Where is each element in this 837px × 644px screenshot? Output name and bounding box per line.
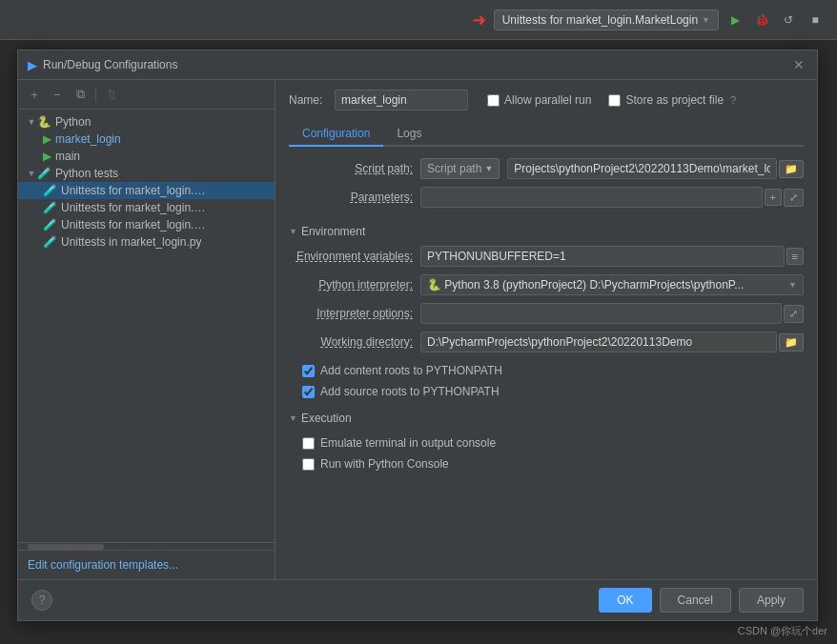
copy-config-button[interactable]: ⧉ — [70, 84, 91, 105]
main-label: main — [55, 150, 80, 163]
main-icon: ▶ — [43, 150, 51, 163]
interpreter-options-input[interactable] — [420, 303, 782, 324]
debug-button[interactable]: 🐞 — [751, 10, 772, 30]
tree-group-python-tests[interactable]: ▼ 🧪 Python tests — [18, 165, 275, 182]
config-selector[interactable]: Unittests for market_login.MarketLogin ▼ — [494, 10, 719, 30]
add-content-roots-label: Add content roots to PYTHONPATH — [320, 364, 502, 377]
run-python-console-row: Run with Python Console — [302, 457, 804, 471]
toolbar-divider — [95, 87, 96, 102]
tree-item-test-2[interactable]: 🧪 Unittests for market_login.Marke... — [18, 216, 275, 233]
python-folder-icon: 🐍 — [37, 115, 51, 129]
python-interpreter-label: Python interpreter: — [289, 278, 413, 292]
left-panel: + − ⧉ ⇅ ▼ 🐍 Python — [18, 80, 276, 579]
env-variables-label: Environment variables: — [289, 250, 413, 263]
tree-item-test-1[interactable]: 🧪 Unittests for market_login.Marke... — [18, 199, 275, 216]
name-label: Name: — [289, 93, 327, 107]
working-dir-input[interactable] — [420, 332, 777, 352]
script-type-arrow-icon: ▼ — [484, 164, 493, 173]
environment-section-label: Environment — [301, 225, 365, 238]
add-source-roots-checkbox[interactable] — [302, 386, 315, 398]
working-dir-label: Working directory: — [289, 335, 413, 349]
dialog-icon: ▶ — [28, 58, 37, 72]
market-login-label: market_login — [55, 132, 121, 146]
cancel-button[interactable]: Cancel — [660, 588, 731, 613]
close-button[interactable]: ✕ — [790, 56, 807, 73]
add-config-button[interactable]: + — [24, 84, 45, 105]
python-tests-label: Python tests — [55, 167, 118, 180]
refresh-button[interactable]: ↺ — [778, 10, 799, 30]
interpreter-options-expand-button[interactable]: ⤢ — [784, 305, 804, 323]
script-type-dropdown[interactable]: Script path ▼ — [420, 158, 500, 179]
watermark: CSDN @你玩个der — [738, 624, 827, 638]
python-interpreter-select[interactable]: 🐍 Python 3.8 (pythonProject2) D:\Pycharm… — [420, 274, 804, 295]
interpreter-options-label: Interpreter options: — [289, 307, 413, 320]
add-source-roots-label: Add source roots to PYTHONPATH — [320, 385, 500, 398]
horizontal-scrollbar[interactable] — [18, 542, 275, 550]
python-interpreter-value: 🐍 Python 3.8 (pythonProject2) D:\Pycharm… — [427, 278, 785, 292]
parameters-add-button[interactable]: + — [765, 189, 782, 206]
script-type-label: Script path — [427, 162, 481, 175]
tab-logs[interactable]: Logs — [383, 122, 435, 147]
apply-button[interactable]: Apply — [739, 588, 804, 613]
config-tree[interactable]: ▼ 🐍 Python ▶ market_login ▶ main — [18, 110, 275, 542]
tree-item-main[interactable]: ▶ main — [18, 148, 275, 165]
store-as-project-checkbox[interactable] — [608, 94, 621, 107]
name-row: Name: Allow parallel run Store as projec… — [289, 90, 804, 111]
working-dir-row: Working directory: 📁 — [289, 332, 804, 352]
script-path-row: Script path: Script path ▼ 📁 — [289, 158, 804, 179]
dialog-body: + − ⧉ ⇅ ▼ 🐍 Python — [18, 80, 817, 579]
test-0-icon: 🧪 — [43, 184, 57, 197]
store-as-project-row: Store as project file ? — [608, 93, 736, 107]
config-selector-label: Unittests for market_login.MarketLogin — [502, 13, 698, 27]
edit-config-templates-link[interactable]: Edit configuration templates... — [18, 550, 275, 579]
python-group-label: Python — [55, 115, 91, 129]
parameters-input[interactable] — [420, 187, 763, 208]
scrollbar-thumb — [28, 544, 104, 550]
left-toolbar: + − ⧉ ⇅ — [18, 80, 275, 110]
tab-configuration[interactable]: Configuration — [289, 122, 383, 147]
tabs-row: Configuration Logs — [289, 122, 804, 147]
execution-section-arrow: ▼ — [289, 413, 297, 423]
environment-section-header[interactable]: ▼ Environment — [289, 225, 804, 238]
env-variables-input[interactable] — [420, 246, 785, 267]
python-group-arrow: ▼ — [26, 117, 37, 127]
run-debug-dialog: ▶ Run/Debug Configurations ✕ + − ⧉ ⇅ — [17, 50, 818, 621]
ok-button[interactable]: OK — [599, 588, 651, 613]
python-interpreter-row: Python interpreter: 🐍 Python 3.8 (python… — [289, 274, 804, 295]
emulate-terminal-checkbox[interactable] — [302, 437, 315, 450]
script-path-browse-button[interactable]: 📁 — [779, 160, 804, 178]
allow-parallel-checkbox[interactable] — [487, 94, 500, 107]
dialog-footer: ? OK Cancel Apply — [18, 579, 817, 620]
right-panel: Name: Allow parallel run Store as projec… — [276, 80, 817, 579]
test-2-icon: 🧪 — [43, 218, 57, 231]
working-dir-browse-button[interactable]: 📁 — [779, 333, 804, 352]
stop-button[interactable]: ■ — [805, 10, 826, 30]
remove-config-button[interactable]: − — [47, 84, 68, 105]
parameters-expand-button[interactable]: ⤢ — [784, 189, 804, 207]
execution-section-header[interactable]: ▼ Execution — [289, 412, 804, 425]
script-path-label: Script path: — [289, 162, 413, 175]
tree-item-test-0[interactable]: 🧪 Unittests for market_login.Marke... — [18, 182, 275, 199]
dialog-title-bar: ▶ Run/Debug Configurations ✕ — [18, 50, 817, 80]
execution-section-label: Execution — [301, 412, 352, 425]
run-python-console-checkbox[interactable] — [302, 458, 315, 471]
name-input[interactable] — [335, 90, 468, 111]
interpreter-options-field-group: ⤢ — [420, 303, 804, 324]
env-variables-browse-button[interactable]: ≡ — [786, 248, 804, 265]
sort-config-button: ⇅ — [101, 84, 122, 105]
working-dir-field-group: 📁 — [420, 332, 804, 352]
tree-item-market-login[interactable]: ▶ market_login — [18, 131, 275, 148]
store-as-project-help-icon[interactable]: ? — [730, 94, 736, 106]
add-content-roots-checkbox[interactable] — [302, 365, 315, 377]
tree-item-test-3[interactable]: 🧪 Unittests in market_login.py — [18, 233, 275, 251]
tree-group-python[interactable]: ▼ 🐍 Python — [18, 113, 275, 131]
script-path-input[interactable] — [507, 158, 777, 179]
add-content-roots-row: Add content roots to PYTHONPATH — [302, 364, 804, 377]
run-button[interactable]: ▶ — [725, 10, 745, 30]
test-1-icon: 🧪 — [43, 201, 57, 214]
allow-parallel-row: Allow parallel run — [487, 93, 591, 107]
interpreter-options-row: Interpreter options: ⤢ — [289, 303, 804, 324]
emulate-terminal-row: Emulate terminal in output console — [302, 436, 804, 450]
help-button[interactable]: ? — [31, 590, 52, 611]
test-2-label: Unittests for market_login.Marke... — [61, 218, 214, 231]
